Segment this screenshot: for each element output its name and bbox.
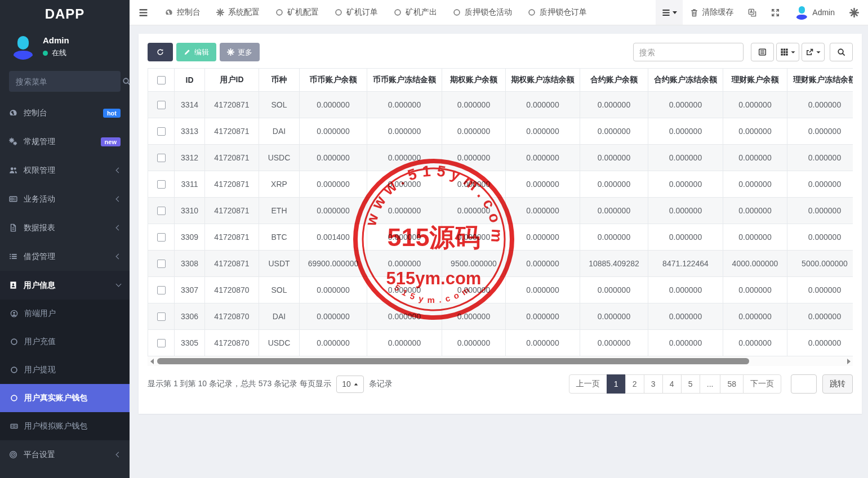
- jump-button[interactable]: 跳转: [822, 374, 853, 394]
- page-size-value: 10: [342, 379, 351, 388]
- topnav-item[interactable]: 矿机配置: [268, 0, 327, 25]
- row-checkbox[interactable]: [157, 127, 166, 136]
- column-header[interactable]: 币币账户余额: [300, 69, 367, 92]
- topnav-item[interactable]: 系统配置: [208, 0, 268, 25]
- table-cell: 0.000000: [787, 145, 853, 171]
- table-cell: 0.001400: [300, 224, 367, 251]
- page-number[interactable]: 4: [662, 374, 682, 394]
- more-button[interactable]: 更多: [220, 43, 260, 61]
- page-number[interactable]: 3: [644, 374, 663, 394]
- chevron-left-icon: [116, 254, 122, 260]
- page-number[interactable]: 5: [681, 374, 700, 394]
- refresh-button[interactable]: [148, 43, 173, 61]
- settings-button[interactable]: [842, 0, 868, 25]
- topnav-item[interactable]: 质押锁仓订单: [520, 0, 595, 25]
- row-checkbox[interactable]: [157, 339, 166, 347]
- sidebar-subitem[interactable]: 用户提现: [0, 356, 130, 384]
- columns-button[interactable]: [776, 43, 799, 61]
- topnav-item-label: 矿机订单: [346, 7, 378, 17]
- topnav-item[interactable]: 矿机订单: [327, 0, 386, 25]
- sidebar-search[interactable]: [9, 71, 121, 92]
- row-checkbox[interactable]: [157, 312, 166, 321]
- scrollbar-track[interactable]: [156, 356, 844, 366]
- page-next[interactable]: 下一页: [743, 374, 781, 394]
- jump-page-input[interactable]: [791, 374, 817, 394]
- badge-new: new: [101, 137, 121, 146]
- circle-icon: [10, 366, 18, 374]
- scroll-right-button[interactable]: [844, 356, 853, 366]
- row-checkbox[interactable]: [157, 207, 166, 215]
- scroll-left-button[interactable]: [148, 356, 156, 366]
- sidebar-item[interactable]: 业务活动: [0, 185, 130, 213]
- user-circle-icon: [10, 310, 18, 318]
- select-all-header: [148, 69, 175, 92]
- page-number[interactable]: 58: [720, 374, 744, 394]
- column-header[interactable]: ID: [175, 69, 205, 92]
- edit-button[interactable]: 编辑: [176, 43, 216, 61]
- column-header[interactable]: 期权账户冻结余额: [506, 69, 580, 92]
- sidebar-item[interactable]: 平台设置: [0, 440, 130, 469]
- column-header[interactable]: 合约账户冻结余额: [648, 69, 723, 92]
- export-button[interactable]: [802, 43, 825, 61]
- column-header[interactable]: 理财账户余额: [723, 69, 787, 92]
- language-button[interactable]: [741, 0, 764, 25]
- sidebar-item[interactable]: 用户信息: [0, 271, 130, 300]
- sidebar-item[interactable]: 权限管理: [0, 156, 130, 185]
- column-header[interactable]: 币币账户冻结金额: [367, 69, 442, 92]
- row-checkbox[interactable]: [157, 260, 166, 268]
- topnav-item-label: 矿机产出: [406, 7, 437, 17]
- column-header[interactable]: 币种: [259, 69, 300, 92]
- table-cell: 0.000000: [580, 303, 648, 330]
- row-select-cell: [148, 118, 175, 145]
- quick-menu-dropdown[interactable]: [656, 0, 683, 25]
- topnav-item[interactable]: 质押锁仓活动: [445, 0, 520, 25]
- table-cell: 0.000000: [300, 145, 367, 171]
- sidebar-subitem[interactable]: 前端用户: [0, 300, 130, 328]
- table-footer: 显示第 1 到第 10 条记录，总共 573 条记录 每页显示 10 条记录 上…: [148, 374, 853, 394]
- table-search-input[interactable]: [633, 43, 744, 61]
- column-header[interactable]: 理财账户冻结余额: [787, 69, 853, 92]
- table-cell: 0.000000: [648, 198, 723, 224]
- toggle-search-button[interactable]: [830, 43, 853, 61]
- row-checkbox[interactable]: [157, 154, 166, 162]
- sidebar-subitem[interactable]: 用户充值: [0, 328, 130, 356]
- disc-icon: [9, 450, 17, 459]
- sidebar-subitem[interactable]: 用户模拟账户钱包: [0, 412, 130, 440]
- column-header[interactable]: 用户ID: [205, 69, 259, 92]
- records-summary: 显示第 1 到第 10 条记录，总共 573 条记录 每页显示: [148, 379, 331, 389]
- row-select-cell: [148, 277, 175, 303]
- row-checkbox[interactable]: [157, 101, 166, 109]
- topnav-item[interactable]: 控制台: [157, 0, 208, 25]
- sidebar-search-input[interactable]: [16, 77, 118, 86]
- row-checkbox[interactable]: [157, 233, 166, 242]
- fullscreen-button[interactable]: [764, 0, 787, 25]
- clear-cache-button[interactable]: 清除缓存: [683, 0, 741, 25]
- page-prev[interactable]: 上一页: [569, 374, 607, 394]
- detail-view-button[interactable]: [751, 43, 774, 61]
- sidebar-item[interactable]: 数据报表: [0, 213, 130, 242]
- column-header[interactable]: 合约账户余额: [580, 69, 648, 92]
- page-size-select[interactable]: 10: [336, 376, 364, 393]
- caret-down-icon: [791, 51, 795, 53]
- page-number[interactable]: 1: [607, 374, 626, 394]
- sidebar-item[interactable]: 借贷管理: [0, 242, 130, 271]
- admin-profile-button[interactable]: Admin: [787, 0, 842, 25]
- select-all-checkbox[interactable]: [157, 76, 166, 84]
- row-select-cell: [148, 198, 175, 224]
- sidebar-subitem[interactable]: 用户真实账户钱包: [0, 384, 130, 412]
- sidebar-item[interactable]: 控制台hot: [0, 99, 130, 127]
- sidebar-toggle-button[interactable]: [130, 0, 157, 25]
- sidebar-subitem-label: 用户真实账户钱包: [24, 393, 87, 403]
- page-number[interactable]: 2: [625, 374, 644, 394]
- topnav-item[interactable]: 矿机产出: [386, 0, 445, 25]
- wallet-table: ID用户ID币种币币账户余额币币账户冻结金额期权账户余额期权账户冻结余额合约账户…: [148, 68, 853, 356]
- horizontal-scrollbar[interactable]: [148, 356, 853, 366]
- online-dot-icon: [43, 51, 48, 56]
- row-checkbox[interactable]: [157, 286, 166, 294]
- row-checkbox[interactable]: [157, 180, 166, 189]
- table-cell: 3308: [175, 251, 205, 277]
- scrollbar-thumb[interactable]: [157, 358, 749, 364]
- sidebar-item[interactable]: 常规管理new: [0, 127, 130, 156]
- page-ellipsis[interactable]: ...: [700, 374, 721, 394]
- column-header[interactable]: 期权账户余额: [442, 69, 506, 92]
